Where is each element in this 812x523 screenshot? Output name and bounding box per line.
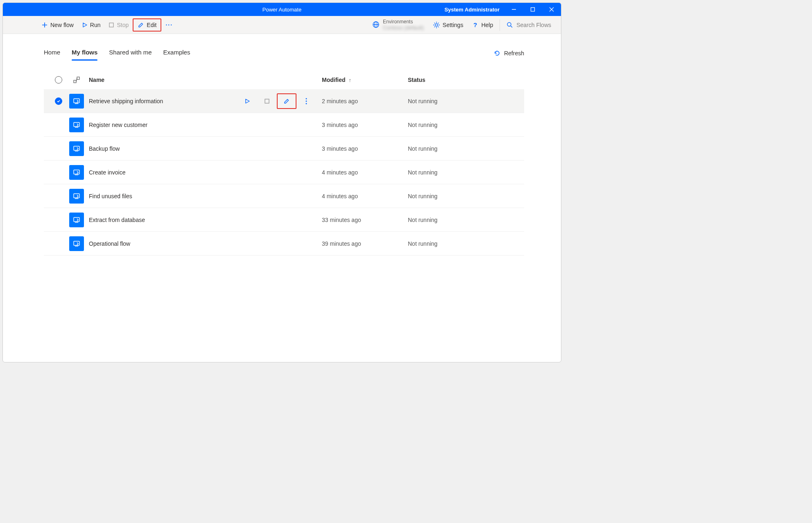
row-name: Find unused files bbox=[89, 193, 322, 199]
row-status: Not running bbox=[408, 193, 518, 199]
table-row[interactable]: Extract from database 33 minutes ago Not… bbox=[44, 208, 524, 232]
table-row[interactable]: Backup flow 3 minutes ago Not running bbox=[44, 137, 524, 161]
tab-my-flows-label: My flows bbox=[72, 49, 97, 56]
col-status-label: Status bbox=[408, 77, 425, 83]
row-name-cell[interactable]: Find unused files bbox=[86, 193, 322, 199]
run-button[interactable]: Run bbox=[78, 18, 105, 32]
help-button[interactable]: ? Help bbox=[467, 18, 497, 32]
svg-rect-7 bbox=[109, 23, 113, 27]
svg-rect-30 bbox=[74, 194, 79, 198]
tabs-row: Home My flows Shared with me Examples Re… bbox=[44, 45, 524, 61]
row-flow-icon bbox=[68, 213, 86, 227]
gear-icon bbox=[433, 21, 440, 29]
search-placeholder: Search Flows bbox=[516, 22, 551, 28]
maximize-button[interactable] bbox=[523, 3, 542, 16]
tab-shared[interactable]: Shared with me bbox=[109, 45, 152, 61]
search-flows[interactable]: Search Flows bbox=[502, 22, 555, 28]
row-name: Extract from database bbox=[89, 217, 322, 223]
col-modified-header[interactable]: Modified ↑ bbox=[322, 77, 408, 83]
row-name-cell[interactable]: Create invoice bbox=[86, 169, 322, 176]
svg-marker-6 bbox=[83, 23, 87, 27]
flow-type-icon bbox=[73, 77, 80, 83]
close-button[interactable] bbox=[542, 3, 561, 16]
separator bbox=[500, 19, 500, 31]
row-select[interactable] bbox=[50, 145, 68, 152]
globe-icon bbox=[372, 21, 380, 28]
table-row[interactable]: Operational flow 39 minutes ago Not runn… bbox=[44, 232, 524, 256]
row-more-button[interactable] bbox=[296, 93, 316, 109]
row-name-cell[interactable]: Backup flow bbox=[86, 145, 322, 152]
environments-picker[interactable]: Environments Contoso (default) bbox=[367, 19, 429, 31]
stop-icon bbox=[109, 22, 114, 28]
row-selected-icon[interactable] bbox=[55, 97, 62, 105]
row-name-cell[interactable]: Retrieve shipping information bbox=[86, 93, 322, 109]
plus-icon bbox=[41, 22, 48, 28]
refresh-button[interactable]: Refresh bbox=[493, 50, 524, 57]
current-user[interactable]: System Administrator bbox=[444, 7, 500, 13]
row-modified: 3 minutes ago bbox=[322, 145, 408, 152]
minimize-button[interactable] bbox=[504, 3, 523, 16]
col-name-header[interactable]: Name bbox=[86, 77, 322, 83]
row-select[interactable] bbox=[50, 97, 68, 105]
svg-point-13 bbox=[507, 23, 511, 26]
row-select[interactable] bbox=[50, 192, 68, 200]
toolbar-right: Environments Contoso (default) Settings … bbox=[367, 18, 555, 32]
refresh-icon bbox=[493, 50, 501, 57]
ellipsis-icon: ··· bbox=[165, 22, 173, 28]
row-modified: 2 minutes ago bbox=[322, 98, 408, 104]
row-name: Retrieve shipping information bbox=[89, 98, 237, 104]
col-name-label: Name bbox=[89, 77, 104, 83]
row-status: Not running bbox=[408, 240, 518, 247]
svg-rect-28 bbox=[74, 170, 79, 174]
row-select[interactable] bbox=[50, 169, 68, 176]
new-flow-button[interactable]: New flow bbox=[37, 18, 78, 32]
row-status: Not running bbox=[408, 169, 518, 176]
toolbar: New flow Run Stop Edit ·· bbox=[3, 16, 561, 34]
table-row[interactable]: Find unused files 4 minutes ago Not runn… bbox=[44, 184, 524, 208]
tab-examples[interactable]: Examples bbox=[163, 45, 190, 61]
row-flow-icon bbox=[68, 165, 86, 180]
settings-button[interactable]: Settings bbox=[429, 18, 468, 32]
table-row[interactable]: Retrieve shipping information 2 minutes … bbox=[44, 89, 524, 113]
svg-rect-1 bbox=[531, 8, 535, 11]
row-run-button[interactable] bbox=[237, 93, 257, 109]
row-select[interactable] bbox=[50, 240, 68, 247]
row-select[interactable] bbox=[50, 121, 68, 129]
select-all[interactable] bbox=[50, 76, 68, 84]
desktop-flow-icon bbox=[69, 165, 84, 180]
row-name: Backup flow bbox=[89, 145, 322, 152]
table-row[interactable]: Register new customer 3 minutes ago Not … bbox=[44, 113, 524, 137]
edit-label: Edit bbox=[147, 22, 156, 28]
environments-name: Contoso (default) bbox=[383, 25, 424, 31]
tab-home-label: Home bbox=[44, 49, 60, 56]
app-window: Power Automate System Administrator New … bbox=[2, 2, 561, 362]
row-select[interactable] bbox=[50, 216, 68, 224]
desktop-flow-icon bbox=[69, 189, 84, 204]
col-type-icon[interactable] bbox=[68, 77, 86, 83]
row-flow-icon bbox=[68, 189, 86, 204]
table-body: Retrieve shipping information 2 minutes … bbox=[44, 89, 524, 256]
row-name-cell[interactable]: Operational flow bbox=[86, 240, 322, 247]
tab-home[interactable]: Home bbox=[44, 45, 60, 61]
svg-text:?: ? bbox=[473, 21, 477, 28]
row-actions bbox=[237, 93, 316, 109]
svg-point-22 bbox=[306, 100, 307, 102]
sort-asc-icon: ↑ bbox=[349, 77, 352, 83]
svg-rect-34 bbox=[74, 241, 79, 245]
row-name-cell[interactable]: Register new customer bbox=[86, 122, 322, 128]
tab-my-flows[interactable]: My flows bbox=[72, 45, 97, 61]
svg-rect-15 bbox=[74, 80, 76, 83]
row-name-cell[interactable]: Extract from database bbox=[86, 217, 322, 223]
row-modified: 39 minutes ago bbox=[322, 240, 408, 247]
row-edit-button[interactable] bbox=[277, 93, 296, 109]
svg-point-11 bbox=[435, 24, 438, 26]
col-status-header[interactable]: Status bbox=[408, 77, 518, 83]
more-button[interactable]: ··· bbox=[161, 18, 177, 32]
col-modified-label: Modified bbox=[322, 77, 346, 83]
edit-button[interactable]: Edit bbox=[133, 18, 161, 32]
content: Home My flows Shared with me Examples Re… bbox=[3, 34, 561, 256]
svg-rect-26 bbox=[74, 146, 79, 150]
table-row[interactable]: Create invoice 4 minutes ago Not running bbox=[44, 161, 524, 184]
row-stop-button bbox=[257, 93, 277, 109]
row-status: Not running bbox=[408, 98, 518, 104]
